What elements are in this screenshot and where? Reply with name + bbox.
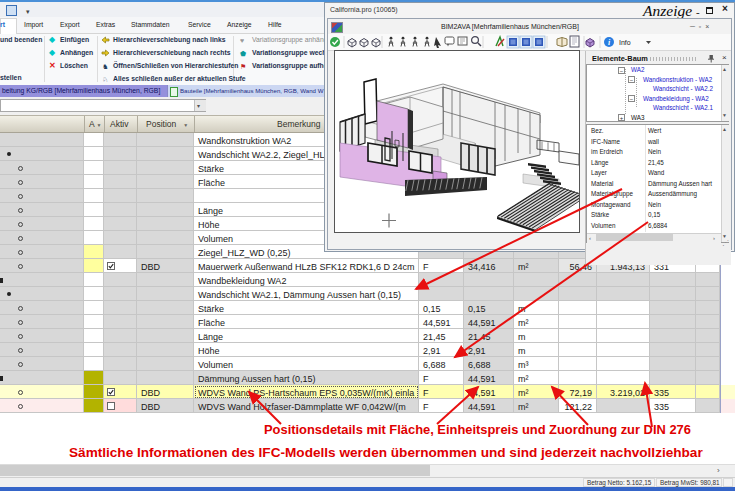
svg-text:Info: Info	[619, 39, 631, 46]
